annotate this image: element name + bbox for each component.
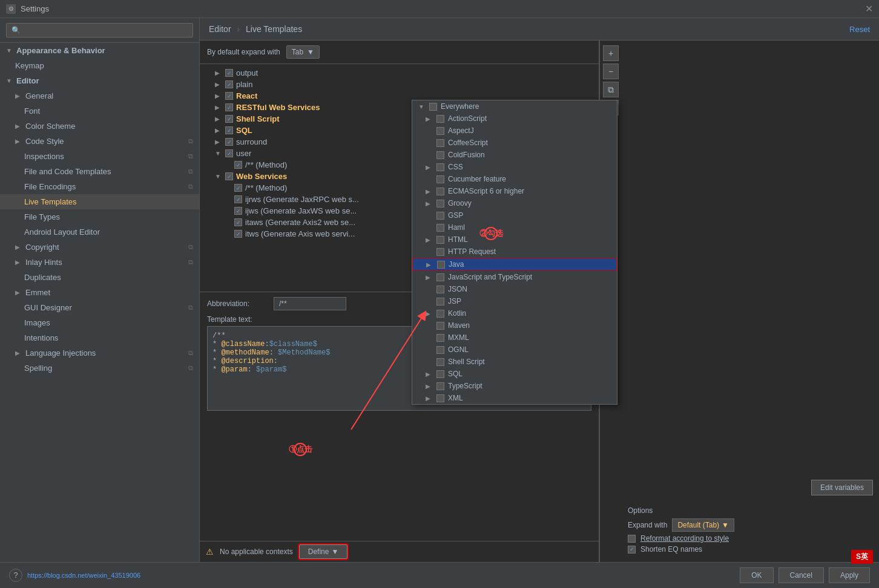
- tree-checkbox[interactable]: [225, 69, 233, 77]
- tree-label: /** (Method): [245, 183, 287, 192]
- copy-icon: ⧉: [188, 183, 193, 191]
- warning-icon: ⚠: [206, 547, 214, 557]
- sidebar-item-images[interactable]: Images: [0, 315, 199, 330]
- bottom-bar: ? https://blog.csdn.net/weixin_43519006 …: [0, 562, 879, 588]
- sidebar-item-label: Language Injections: [25, 348, 96, 358]
- sidebar-item-spelling[interactable]: Spelling ⧉: [0, 361, 199, 376]
- tree-item-output[interactable]: ▶ output: [200, 67, 599, 79]
- tree-checkbox[interactable]: [225, 103, 233, 111]
- tree-checkbox[interactable]: [225, 80, 233, 88]
- sidebar-item-font[interactable]: Font: [0, 103, 199, 119]
- right-panel: Editor › Live Templates Reset By default…: [200, 18, 879, 562]
- shorten-label: Shorten EQ names: [640, 545, 702, 554]
- close-button[interactable]: ✕: [865, 3, 873, 15]
- tree-item-ws-itaws[interactable]: itaws (Generate Axis2 web se...: [200, 217, 599, 228]
- sidebar-item-copyright[interactable]: ▶ Copyright ⧉: [0, 240, 199, 255]
- template-text-label: Template text:: [207, 315, 591, 324]
- tree-label: itaws (Generate Axis2 web se...: [245, 218, 355, 227]
- sidebar-item-intentions[interactable]: Intentions: [0, 330, 199, 345]
- chevron-icon: ▶: [215, 139, 222, 145]
- copy-icon: ⧉: [188, 349, 193, 357]
- tree-checkbox[interactable]: [234, 218, 242, 226]
- sidebar-item-appearance[interactable]: ▼ Appearance & Behavior: [0, 43, 199, 58]
- help-button[interactable]: ?: [9, 569, 22, 582]
- search-input[interactable]: [6, 23, 193, 38]
- tree-item-react[interactable]: ▶ React: [200, 90, 599, 102]
- sidebar-item-file-code-templates[interactable]: File and Code Templates ⧉: [0, 164, 199, 179]
- sidebar-item-general[interactable]: ▶ General: [0, 88, 199, 103]
- tree-checkbox[interactable]: [234, 161, 242, 169]
- tree-item-ws-itws[interactable]: itws (Generate Axis web servi...: [200, 228, 599, 240]
- sidebar-item-gui-designer[interactable]: GUI Designer ⧉: [0, 300, 199, 315]
- sidebar-item-inspections[interactable]: Inspections ⧉: [0, 149, 199, 164]
- abbreviation-input[interactable]: [274, 297, 346, 310]
- expand-with-label: Expand with: [628, 521, 667, 529]
- search-box[interactable]: [0, 18, 199, 43]
- copy-icon: ⧉: [188, 137, 193, 145]
- reformat-row: Reformat according to style: [628, 534, 873, 543]
- expand-dropdown[interactable]: Tab ▼: [286, 45, 320, 59]
- tree-item-ws-ijrws[interactable]: ijrws (Generate JaxRPC web s...: [200, 194, 599, 205]
- tree-label: RESTful Web Services: [236, 103, 320, 112]
- apply-button[interactable]: Apply: [829, 567, 870, 583]
- tree-item-shell[interactable]: ▶ Shell Script: [200, 113, 599, 125]
- sidebar-item-label: Code Style: [25, 137, 64, 146]
- tree-item-surround[interactable]: ▶ surround: [200, 136, 599, 148]
- sidebar-item-label: Spelling: [24, 364, 52, 373]
- sidebar-item-code-style[interactable]: ▶ Code Style ⧉: [0, 134, 199, 149]
- edit-variables-button[interactable]: Edit variables: [811, 480, 873, 495]
- tree-checkbox[interactable]: [225, 126, 233, 134]
- copy-button[interactable]: ⧉: [603, 82, 619, 97]
- tree-item-webservices[interactable]: ▼ Web Services: [200, 171, 599, 182]
- sidebar-action-buttons: + − ⧉ ↺: [599, 41, 622, 562]
- undo-button[interactable]: ↺: [603, 100, 619, 116]
- sidebar-item-duplicates[interactable]: Duplicates: [0, 270, 199, 285]
- tree-checkbox[interactable]: [234, 207, 242, 215]
- template-text-area[interactable]: /** * @className:$className$ * @methodNa…: [207, 326, 591, 411]
- tree-checkbox[interactable]: [225, 172, 233, 180]
- chevron-icon: ▶: [15, 289, 22, 296]
- define-button[interactable]: Define ▼: [299, 544, 348, 559]
- tree-item-ws-method[interactable]: /** (Method): [200, 182, 599, 194]
- tree-item-plain[interactable]: ▶ plain: [200, 79, 599, 90]
- cancel-button[interactable]: Cancel: [779, 567, 824, 583]
- tree-item-restful[interactable]: ▶ RESTful Web Services: [200, 102, 599, 113]
- sidebar-item-file-types[interactable]: File Types: [0, 209, 199, 224]
- tree-item-user-method[interactable]: /** (Method): [200, 159, 599, 171]
- tree-checkbox[interactable]: [225, 115, 233, 123]
- expand-value: Tab: [292, 48, 303, 56]
- expand-with-dropdown[interactable]: Default (Tab) ▼: [672, 518, 734, 532]
- remove-button[interactable]: −: [603, 64, 619, 79]
- tree-checkbox[interactable]: [225, 149, 233, 157]
- sidebar-item-inlay-hints[interactable]: ▶ Inlay Hints ⧉: [0, 255, 199, 270]
- tree-checkbox[interactable]: [234, 184, 242, 192]
- shorten-checkbox[interactable]: [628, 546, 636, 554]
- add-button[interactable]: +: [603, 45, 619, 61]
- tree-checkbox[interactable]: [234, 230, 242, 238]
- reformat-checkbox[interactable]: [628, 535, 636, 543]
- ok-button[interactable]: OK: [740, 567, 773, 583]
- sidebar-item-android-layout[interactable]: Android Layout Editor: [0, 224, 199, 240]
- sidebar-item-live-templates[interactable]: Live Templates: [0, 194, 199, 209]
- sidebar-item-label: Inspections: [24, 152, 64, 161]
- tree-checkbox[interactable]: [225, 92, 233, 100]
- sidebar-item-emmet[interactable]: ▶ Emmet: [0, 285, 199, 300]
- sidebar-item-editor[interactable]: ▼ Editor: [0, 73, 199, 88]
- tree-checkbox[interactable]: [225, 138, 233, 146]
- tree-label: itws (Generate Axis web servi...: [245, 229, 355, 238]
- chevron-icon: ▶: [15, 244, 22, 250]
- tree-item-sql[interactable]: ▶ SQL: [200, 125, 599, 136]
- tree-item-ws-ijws[interactable]: ijws (Generate JaxWS web se...: [200, 205, 599, 217]
- template-list-area: By default expand with Tab ▼ ▶ output: [200, 41, 599, 562]
- sidebar-item-keymap[interactable]: Keymap: [0, 58, 199, 73]
- tree-item-user[interactable]: ▼ user: [200, 148, 599, 159]
- tree-checkbox[interactable]: [234, 195, 242, 203]
- tree-label: /** (Method): [245, 160, 287, 169]
- sidebar-item-language-injections[interactable]: ▶ Language Injections ⧉: [0, 345, 199, 361]
- chevron-icon: ▼: [215, 150, 222, 157]
- sidebar-item-file-encodings[interactable]: File Encodings ⧉: [0, 179, 199, 194]
- reset-button[interactable]: Reset: [849, 25, 870, 34]
- url-text: https://blog.csdn.net/weixin_43519006: [27, 572, 735, 579]
- copy-icon: ⧉: [188, 364, 193, 372]
- sidebar-item-color-scheme[interactable]: ▶ Color Scheme: [0, 119, 199, 134]
